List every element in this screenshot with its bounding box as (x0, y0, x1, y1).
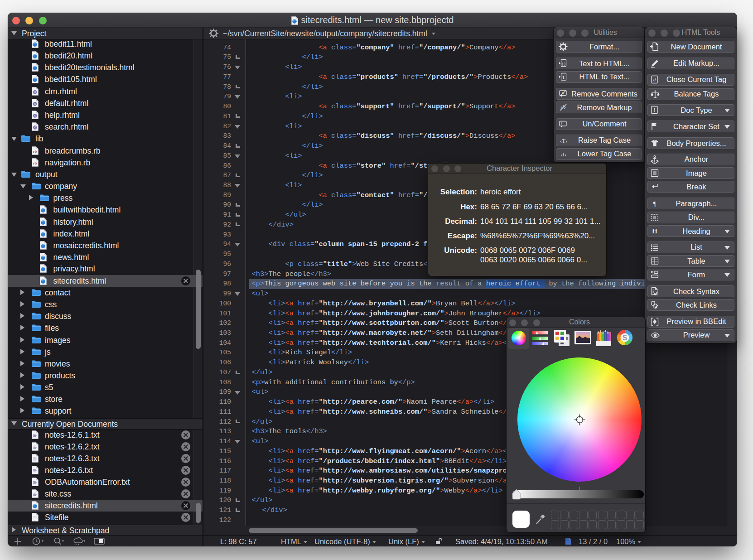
svg-text:‹T›: ‹T› (560, 137, 568, 144)
svg-text:rb: rb (33, 161, 37, 165)
svg-text:H: H (652, 227, 657, 235)
svg-text:!: ! (654, 107, 656, 113)
svg-text:!--: !-- (561, 121, 565, 126)
svg-text:¶: ¶ (653, 200, 656, 208)
svg-text:‹/: ‹/ (653, 77, 656, 82)
svg-text:S: S (623, 334, 628, 342)
svg-text:‹t›: ‹t› (561, 150, 566, 157)
svg-text:rb: rb (33, 149, 37, 154)
svg-text:T: T (562, 75, 565, 79)
svg-text:(): () (561, 62, 566, 66)
